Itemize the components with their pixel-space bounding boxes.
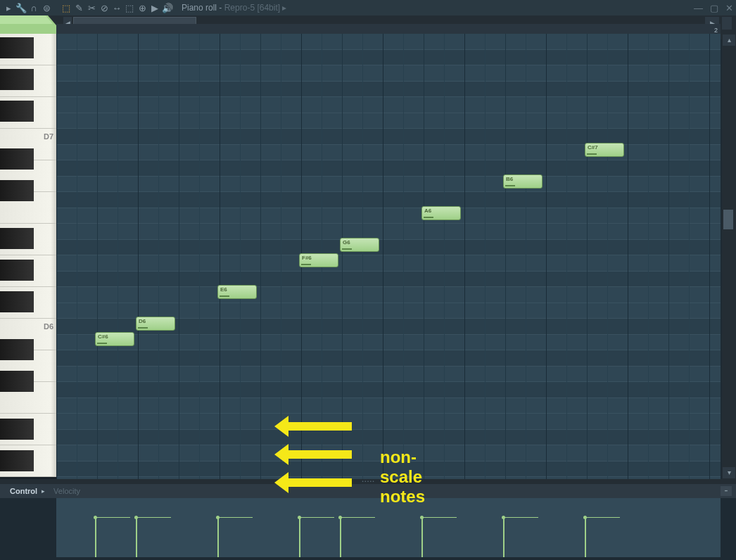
magnet-icon[interactable]: ∩ [28, 3, 39, 13]
timeline[interactable]: 2 [56, 24, 721, 34]
velocity-bar[interactable] [299, 518, 300, 557]
vertical-scrollbar: ▴ ▾ [722, 34, 736, 479]
note-C#6[interactable]: C#6 [95, 332, 134, 346]
note-A6[interactable]: A6 [421, 206, 461, 220]
mute-tool-icon[interactable]: ⊘ [99, 3, 110, 13]
slip-tool-icon[interactable]: ↔ [111, 3, 122, 13]
key-label-d6: D6 [44, 322, 53, 331]
title-bar: ▸ 🔧 ∩ ⊜ ⬚ ✎ ✂ ⊘ ↔ ⬚ ⊕ ▶ 🔊 Piano roll - R… [0, 0, 736, 15]
control-label[interactable]: Control [10, 487, 37, 495]
note-B6[interactable]: B6 [503, 174, 543, 189]
velocity-label: Velocity [53, 487, 80, 495]
control-collapse-icon[interactable]: - [721, 486, 732, 496]
note-G6[interactable]: G6 [340, 238, 379, 252]
close-icon[interactable]: ✕ [725, 3, 733, 13]
menu-arrow-icon[interactable]: ▸ [3, 3, 14, 13]
note-D6[interactable]: D6 [136, 317, 175, 331]
velocity-area[interactable] [56, 498, 721, 557]
note-E6[interactable]: E6 [217, 285, 257, 299]
toolbar-icons: ▸ 🔧 ∩ ⊜ ⬚ ✎ ✂ ⊘ ↔ ⬚ ⊕ ▶ 🔊 [3, 3, 173, 13]
velocity-bar[interactable] [585, 518, 586, 557]
velocity-bar[interactable] [503, 518, 505, 557]
control-strip: Control ▸ Velocity - [0, 484, 736, 498]
note-C#7[interactable]: C#7 [585, 143, 624, 157]
scroll-down-icon[interactable]: ▾ [723, 467, 735, 478]
cut-tool-icon[interactable]: ✂ [86, 3, 97, 13]
note-F#6[interactable]: F#6 [299, 253, 338, 267]
title-prefix: Piano roll - [182, 3, 224, 13]
minimize-icon[interactable]: — [694, 3, 703, 13]
main-area: D7 D6 C#6D6E6F#6G6A6B6C#7 [0, 34, 736, 479]
splitter[interactable]: • • • • • [0, 479, 736, 484]
velocity-bar[interactable] [95, 518, 96, 557]
title-instrument: Repro-5 [64bit] [224, 3, 280, 13]
velocity-bar[interactable] [136, 518, 137, 557]
maximize-icon[interactable]: ▢ [710, 3, 718, 13]
play-tool-icon[interactable]: ▶ [149, 3, 160, 13]
velocity-bar[interactable] [340, 518, 341, 557]
draw-tool-icon[interactable]: ⬚ [61, 3, 72, 13]
wrench-icon[interactable]: 🔧 [15, 3, 27, 13]
velocity-bar[interactable] [421, 518, 423, 557]
paint-tool-icon[interactable]: ✎ [73, 3, 84, 13]
stamp-icon[interactable]: ⊜ [41, 3, 52, 13]
note-grid[interactable]: C#6D6E6F#6G6A6B6C#7 [56, 34, 721, 479]
overview-menu-icon[interactable] [722, 17, 732, 30]
velocity-bar[interactable] [217, 518, 219, 557]
speaker-icon[interactable]: 🔊 [162, 3, 173, 13]
window-title: Piano roll - Repro-5 [64bit] ▸ [182, 3, 286, 13]
bar-number: 2 [714, 27, 718, 34]
window-controls: — ▢ ✕ [694, 3, 733, 13]
scroll-up-icon[interactable]: ▴ [723, 34, 735, 46]
key-label-d7: D7 [44, 132, 53, 141]
zoom-tool-icon[interactable]: ⊕ [137, 3, 148, 13]
piano-keyboard[interactable]: D7 D6 [0, 34, 56, 479]
select-tool-icon[interactable]: ⬚ [124, 3, 135, 13]
scroll-thumb[interactable] [723, 210, 733, 229]
title-arrow: ▸ [282, 3, 286, 13]
control-arrow-icon[interactable]: ▸ [42, 488, 45, 495]
